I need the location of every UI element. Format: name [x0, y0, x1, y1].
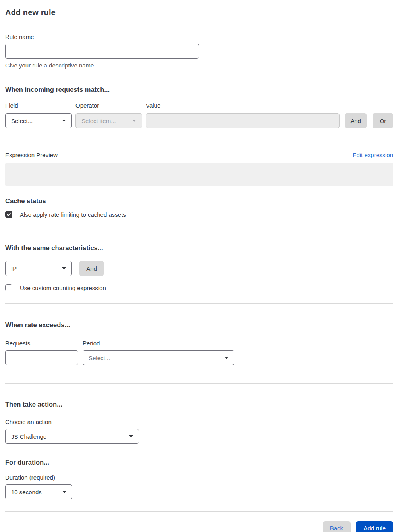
rate-row: Requests Period Select... — [5, 340, 393, 365]
footer-actions: Back Add rule — [5, 521, 393, 532]
chevron-down-icon — [62, 491, 66, 493]
divider — [5, 303, 393, 304]
requests-input[interactable] — [5, 350, 78, 365]
rule-name-helper-text: Give your rule a descriptive name — [5, 62, 393, 69]
value-column: Value — [146, 102, 340, 128]
action-select-value: JS Challenge — [11, 433, 46, 440]
expression-preview-header: Expression Preview Edit expression — [5, 152, 393, 158]
expression-preview-box — [5, 163, 393, 186]
characteristic-select[interactable]: IP — [5, 261, 72, 276]
back-button[interactable]: Back — [323, 521, 351, 532]
cache-status-heading: Cache status — [5, 197, 393, 205]
rate-exceeds-heading: When rate exceeds... — [5, 321, 393, 329]
characteristic-select-value: IP — [11, 265, 17, 272]
field-column: Field Select... — [5, 102, 72, 128]
operator-label: Operator — [75, 102, 142, 109]
take-action-heading: Then take action... — [5, 401, 393, 408]
characteristics-row: IP And — [5, 261, 393, 276]
checkmark-icon — [6, 212, 11, 217]
field-select[interactable]: Select... — [5, 113, 72, 128]
add-rule-button[interactable]: Add rule — [356, 521, 393, 532]
page-title: Add new rule — [5, 8, 393, 17]
cached-assets-checkbox-row: Also apply rate limiting to cached asset… — [5, 211, 393, 218]
duration-label: Duration (required) — [5, 474, 393, 481]
chevron-down-icon — [224, 357, 228, 359]
add-rule-form: Add new rule Rule name Give your rule a … — [0, 0, 398, 532]
field-label: Field — [5, 102, 72, 109]
operator-column: Operator Select item... — [75, 102, 142, 128]
chevron-down-icon — [132, 120, 136, 122]
rule-name-input[interactable] — [5, 44, 199, 59]
counting-expression-checkbox-label: Use custom counting expression — [20, 285, 106, 291]
chevron-down-icon — [62, 120, 66, 122]
requests-label: Requests — [5, 340, 78, 347]
divider — [5, 233, 393, 233]
operator-select: Select item... — [75, 113, 142, 128]
divider — [5, 511, 393, 512]
divider — [5, 383, 393, 384]
requests-column: Requests — [5, 340, 78, 365]
chevron-down-icon — [129, 435, 133, 438]
characteristics-heading: With the same characteristics... — [5, 244, 393, 252]
value-input — [146, 113, 340, 128]
expression-preview-label: Expression Preview — [5, 152, 58, 158]
for-duration-heading: For duration... — [5, 459, 393, 466]
or-button[interactable]: Or — [373, 113, 393, 128]
counting-expression-checkbox[interactable] — [5, 284, 12, 291]
match-section-heading: When incoming requests match... — [5, 86, 393, 93]
field-select-value: Select... — [11, 118, 33, 124]
period-select[interactable]: Select... — [83, 350, 234, 365]
and-button[interactable]: And — [345, 113, 367, 128]
characteristics-and-button[interactable]: And — [79, 261, 104, 276]
chevron-down-icon — [62, 267, 66, 270]
rule-name-label: Rule name — [5, 33, 393, 40]
cached-assets-checkbox-label: Also apply rate limiting to cached asset… — [20, 211, 126, 218]
duration-select-value: 10 seconds — [11, 489, 42, 495]
edit-expression-link[interactable]: Edit expression — [352, 152, 393, 158]
duration-select[interactable]: 10 seconds — [5, 484, 72, 499]
choose-action-label: Choose an action — [5, 418, 393, 425]
cached-assets-checkbox[interactable] — [5, 211, 12, 218]
action-select[interactable]: JS Challenge — [5, 429, 139, 444]
operator-select-value: Select item... — [81, 118, 116, 124]
match-condition-row: Field Select... Operator Select item... … — [5, 102, 393, 128]
period-label: Period — [83, 340, 234, 347]
period-select-value: Select... — [89, 355, 110, 361]
period-column: Period Select... — [83, 340, 234, 365]
value-label: Value — [146, 102, 340, 109]
counting-expression-checkbox-row: Use custom counting expression — [5, 284, 393, 291]
